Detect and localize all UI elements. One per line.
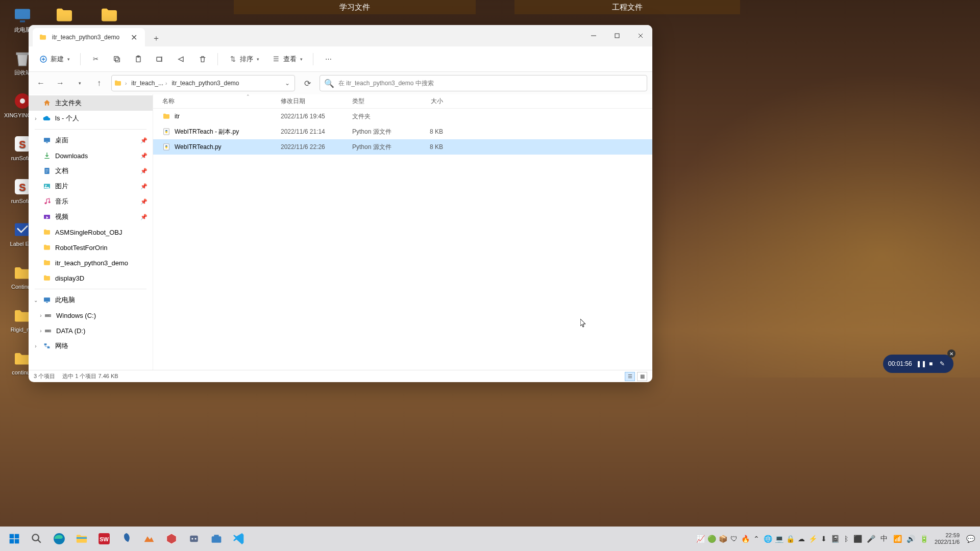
file-row[interactable]: WebITRTeach - 副本.py2022/11/6 21:14Python… — [153, 124, 652, 139]
sidebar-item-asmsinglerobot-obj[interactable]: ASMSingleRobot_OBJ — [29, 224, 153, 240]
chevron-right-icon[interactable]: › — [38, 313, 44, 318]
share-button[interactable] — [173, 51, 190, 67]
forward-button[interactable]: → — [53, 76, 67, 90]
sidebar-item-robottestfororin[interactable]: RobotTestForOrin — [29, 240, 153, 255]
rename-button[interactable] — [151, 51, 168, 67]
tray-tray-up-icon[interactable]: ⌃ — [751, 529, 762, 549]
file-row[interactable]: WebITRTeach.py2022/11/6 22:26Python 源文件8… — [153, 139, 652, 155]
search-input[interactable] — [338, 80, 643, 87]
tray-shield-icon[interactable]: 🛡 — [728, 529, 740, 549]
file-rows[interactable]: itr2022/11/6 19:45文件夹WebITRTeach - 副本.py… — [153, 109, 652, 370]
taskbar-start[interactable] — [4, 529, 24, 549]
sidebar-item-downloads[interactable]: Downloads📌 — [29, 148, 153, 163]
tray-nvidia-icon[interactable]: ⬛ — [852, 529, 863, 549]
taskbar-edge[interactable] — [49, 529, 69, 549]
sidebar-onedrive[interactable]: › ls - 个人 — [29, 111, 153, 126]
navigation-pane[interactable]: 主文件夹 › ls - 个人 桌面📌Downloads📌文档📌图片📌音乐📌视频📌… — [29, 94, 153, 370]
recent-dropdown[interactable]: ▾ — [72, 76, 87, 90]
wifi-icon[interactable]: 📶 — [892, 529, 903, 549]
crumb-parent[interactable]: itr_teach_...› — [130, 79, 169, 88]
crumb-current[interactable]: itr_teach_python3_demo — [170, 79, 240, 88]
tray-dl-icon[interactable]: ⬇ — [818, 529, 829, 549]
col-name[interactable]: 名称⌃ — [162, 97, 281, 106]
tray-green-dot-icon[interactable]: 🟢 — [706, 529, 717, 549]
battery-icon[interactable]: 🔋 — [918, 529, 929, 549]
taskbar-matlab[interactable] — [139, 529, 159, 549]
sidebar-item-display3d[interactable]: display3D — [29, 270, 153, 286]
file-row[interactable]: itr2022/11/6 19:45文件夹 — [153, 109, 652, 124]
details-view-toggle[interactable]: ☰ — [625, 372, 635, 381]
ime-indicator[interactable]: 中 — [878, 529, 890, 549]
chevron-down-icon[interactable]: ⌄ — [33, 297, 39, 303]
taskbar-explorer[interactable] — [71, 529, 92, 549]
stop-icon[interactable]: ■ — [927, 360, 935, 367]
taskbar-toolbox[interactable] — [206, 529, 227, 549]
sidebar-home[interactable]: 主文件夹 — [29, 95, 153, 111]
tray-globe-icon[interactable]: 🌐 — [762, 529, 773, 549]
chevron-right-icon[interactable]: › — [33, 343, 39, 349]
crumb-root[interactable]: › — [122, 80, 129, 87]
tray-cloud-icon[interactable]: ☁ — [796, 529, 807, 549]
desktop-fence-project[interactable]: 工程文件 — [514, 0, 740, 14]
view-button[interactable]: ☰查看▾ — [267, 51, 307, 67]
chevron-right-icon[interactable]: › — [33, 116, 39, 121]
tray-lock-icon[interactable]: 🔒 — [785, 529, 796, 549]
new-button[interactable]: 新建▾ — [35, 51, 74, 67]
sidebar-item--[interactable]: 图片📌 — [29, 179, 153, 194]
tray-flame-icon[interactable]: 🔥 — [740, 529, 751, 549]
screen-recorder-widget[interactable]: ✕ 00:01:56 ❚❚ ■ ✎ — [883, 355, 953, 373]
col-date[interactable]: 修改日期 — [281, 97, 352, 106]
sidebar-this-pc[interactable]: ⌄ 此电脑 — [29, 292, 153, 308]
col-type[interactable]: 类型 — [352, 97, 409, 106]
tab-close-icon[interactable]: ✕ — [130, 33, 138, 41]
taskbar-cube[interactable] — [161, 529, 182, 549]
search-box[interactable]: 🔍 — [320, 75, 647, 91]
tray-laptop-icon[interactable]: 💻 — [773, 529, 785, 549]
tray-graph-icon[interactable]: 📈 — [695, 529, 706, 549]
recorder-close-icon[interactable]: ✕ — [947, 349, 955, 358]
taskbar-solidworks[interactable]: SW — [94, 529, 114, 549]
copy-button[interactable] — [108, 51, 126, 67]
cut-button[interactable]: ✂ — [87, 51, 104, 67]
volume-icon[interactable]: 🔊 — [905, 529, 916, 549]
sidebar-item--[interactable]: 视频📌 — [29, 209, 153, 224]
tray-onenote-icon[interactable]: 📓 — [829, 529, 841, 549]
close-button[interactable] — [629, 25, 652, 46]
tray-bt-icon[interactable]: ᛒ — [841, 529, 852, 549]
address-dropdown-icon[interactable]: ⌄ — [282, 80, 292, 87]
delete-button[interactable] — [194, 51, 211, 67]
taskbar-clock[interactable]: 22:59 2022/11/6 — [932, 532, 963, 545]
desktop-fence-study[interactable]: 学习文件 — [234, 0, 476, 14]
minimize-button[interactable] — [582, 25, 605, 46]
taskbar-vscode[interactable] — [229, 529, 249, 549]
refresh-button[interactable]: ⟳ — [300, 76, 314, 90]
chevron-right-icon[interactable]: › — [38, 328, 44, 334]
more-button[interactable]: ⋯ — [320, 51, 337, 67]
address-bar[interactable]: › itr_teach_...› itr_teach_python3_demo … — [111, 75, 295, 91]
col-size[interactable]: 大小 — [409, 97, 449, 106]
tray-box-icon[interactable]: 📦 — [717, 529, 728, 549]
taskbar-robot[interactable] — [184, 529, 204, 549]
sidebar-item--[interactable]: 音乐📌 — [29, 194, 153, 209]
edit-icon[interactable]: ✎ — [939, 360, 946, 367]
sidebar-item--[interactable]: 文档📌 — [29, 163, 153, 179]
sort-button[interactable]: ⇅排序▾ — [224, 51, 263, 67]
new-tab-button[interactable]: ＋ — [148, 30, 164, 46]
taskbar-settings-leaf[interactable] — [116, 529, 137, 549]
explorer-tab[interactable]: itr_teach_python3_demo ✕ — [33, 28, 145, 46]
paste-button[interactable] — [130, 51, 147, 67]
sidebar-item-itr-teach-python3-demo[interactable]: itr_teach_python3_demo — [29, 255, 153, 270]
microphone-icon[interactable]: 🎤 — [865, 529, 876, 549]
sidebar-drive-c[interactable]: › Windows (C:) — [29, 308, 153, 323]
back-button[interactable]: ← — [34, 76, 48, 90]
notifications-icon[interactable]: 💬 — [965, 529, 976, 549]
sidebar-drive-d[interactable]: › DATA (D:) — [29, 323, 153, 338]
pause-icon[interactable]: ❚❚ — [916, 360, 923, 367]
taskbar-search[interactable] — [27, 529, 47, 549]
sidebar-network[interactable]: › 网络 — [29, 338, 153, 354]
sidebar-item--[interactable]: 桌面📌 — [29, 133, 153, 148]
tray-bolt-icon[interactable]: ⚡ — [807, 529, 818, 549]
icons-view-toggle[interactable]: ▦ — [637, 372, 647, 381]
maximize-button[interactable] — [605, 25, 629, 46]
up-button[interactable]: ↑ — [92, 76, 106, 90]
